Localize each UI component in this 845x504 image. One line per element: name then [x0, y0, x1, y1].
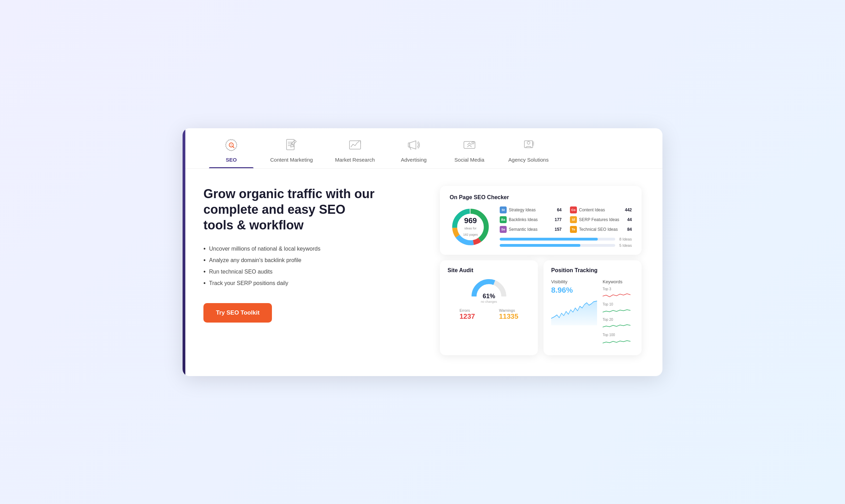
progress-bar-row-2: 5 Ideas — [500, 243, 632, 247]
donut-center: 969 ideas for182 pages — [460, 217, 481, 237]
tab-social-media[interactable]: Social Media — [442, 128, 497, 168]
seo-checker-body: 969 ideas for182 pages St Strategy Ideas… — [450, 206, 632, 248]
stat-label-strategy: Strategy Ideas — [509, 208, 555, 212]
stat-badge-backlinks: Ba — [500, 216, 507, 223]
progress-bar-bg-2 — [500, 244, 615, 247]
stat-badge-content: Co — [570, 206, 577, 213]
tab-advertising-label: Advertising — [401, 157, 427, 163]
tab-advertising[interactable]: Advertising — [386, 128, 442, 168]
feature-item-4: Track your SERP positions daily — [203, 278, 419, 289]
stat-row-technical: Te Technical SEO Ideas 84 — [570, 226, 632, 233]
warnings-stat: Warnings 11335 — [499, 308, 518, 320]
position-body: Visibility 8.96% — [551, 279, 634, 348]
svg-rect-7 — [349, 141, 361, 149]
position-tracking-widget: Position Tracking Visibility 8.96% — [544, 260, 642, 355]
stat-badge-strategy: St — [500, 206, 507, 213]
tab-seo[interactable]: SEO — [203, 128, 259, 168]
site-audit-semi-center: 61% no changes — [481, 293, 497, 303]
kw-top10: Top 10 — [603, 302, 634, 315]
stat-row-semantic: Se Semantic Ideas 157 — [500, 226, 562, 233]
kw-top20-label: Top 20 — [603, 318, 634, 322]
svg-rect-8 — [408, 143, 410, 147]
cta-button[interactable]: Try SEO Toolkit — [203, 303, 272, 323]
visibility-value: 8.96% — [551, 286, 597, 295]
stat-row-content: Co Content Ideas 442 — [570, 206, 632, 213]
feature-item-1: Uncover millions of national & local key… — [203, 243, 419, 255]
stat-row-serp: Sf SERP Features Ideas 44 — [570, 216, 632, 223]
progress-label-2: 5 Ideas — [618, 243, 632, 247]
progress-bar-fill-2 — [500, 244, 580, 247]
tab-content-marketing[interactable]: Content Marketing — [259, 128, 324, 168]
stat-value-technical: 84 — [627, 227, 632, 232]
seo-checker-inner: On Page SEO Checker — [450, 194, 632, 248]
warnings-value: 11335 — [499, 312, 518, 320]
social-media-icon — [461, 137, 478, 153]
keywords-label: Keywords — [603, 279, 634, 284]
keywords-section: Keywords Top 3 Top 10 — [603, 279, 634, 348]
site-audit-donut: 61% no changes — [468, 279, 510, 303]
stat-row-strategy: St Strategy Ideas 64 — [500, 206, 562, 213]
stat-value-strategy: 64 — [557, 208, 562, 212]
market-research-icon — [347, 137, 363, 153]
visibility-label: Visibility — [551, 279, 597, 284]
progress-bar-fill-1 — [500, 238, 598, 241]
site-audit-stats: Errors 1237 Warnings 11335 — [448, 308, 530, 320]
stat-value-content: 442 — [625, 208, 632, 212]
seo-icon — [223, 137, 240, 153]
tab-social-media-label: Social Media — [454, 157, 484, 163]
svg-point-2 — [230, 144, 232, 146]
left-accent — [183, 128, 185, 376]
seo-stats-grid: St Strategy Ideas 64 Co Content Ideas 44… — [500, 206, 632, 233]
stat-badge-technical: Te — [570, 226, 577, 233]
errors-value: 1237 — [459, 312, 475, 320]
donut-subtext: ideas for182 pages — [463, 227, 478, 236]
tab-content-marketing-label: Content Marketing — [270, 157, 313, 163]
progress-bar-row-1: 8 Ideas — [500, 237, 632, 241]
stat-label-serp: SERP Features Ideas — [579, 217, 625, 222]
seo-checker-title: On Page SEO Checker — [450, 194, 632, 201]
seo-progress-bars: 8 Ideas 5 Ideas — [500, 237, 632, 247]
tab-agency-solutions-label: Agency Solutions — [508, 157, 549, 163]
tab-seo-label: SEO — [226, 157, 237, 163]
seo-donut-chart: 969 ideas for182 pages — [450, 206, 491, 248]
warnings-label: Warnings — [499, 308, 518, 312]
seo-checker-widget: On Page SEO Checker — [440, 186, 642, 255]
errors-label: Errors — [459, 308, 475, 312]
stat-label-semantic: Semantic Ideas — [509, 227, 553, 232]
svg-line-1 — [233, 146, 234, 148]
stat-label-backlinks: Backlinks Ideas — [509, 217, 553, 222]
site-audit-title: Site Audit — [448, 267, 530, 274]
visibility-line-chart — [551, 298, 597, 325]
kw-top20: Top 20 — [603, 318, 634, 330]
stat-value-semantic: 157 — [555, 227, 562, 232]
feature-item-2: Analyze any domain's backlink profile — [203, 255, 419, 266]
main-container: SEO Content Marketing — [183, 128, 662, 376]
left-content: Grow organic traffic with our complete a… — [203, 186, 426, 323]
seo-stats-area: St Strategy Ideas 64 Co Content Ideas 44… — [500, 206, 632, 247]
position-tracking-title: Position Tracking — [551, 267, 634, 274]
svg-point-10 — [472, 142, 474, 144]
site-audit-percent: 61% — [483, 293, 495, 300]
tab-market-research[interactable]: Market Research — [324, 128, 386, 168]
errors-stat: Errors 1237 — [459, 308, 475, 320]
content-area: Grow organic traffic with our complete a… — [183, 169, 662, 376]
kw-top3: Top 3 — [603, 287, 634, 300]
visibility-section: Visibility 8.96% — [551, 279, 597, 348]
kw-top100-label: Top 100 — [603, 333, 634, 337]
tab-market-research-label: Market Research — [335, 157, 375, 163]
stat-value-serp: 44 — [627, 217, 632, 222]
stat-badge-serp: Sf — [570, 216, 577, 223]
hero-headline: Grow organic traffic with our complete a… — [203, 186, 377, 233]
agency-solutions-icon — [520, 137, 537, 153]
progress-label-1: 8 Ideas — [618, 237, 632, 241]
site-audit-no-changes: no changes — [481, 300, 497, 303]
feature-item-3: Run technical SEO audits — [203, 266, 419, 278]
stat-value-backlinks: 177 — [555, 217, 562, 222]
tab-agency-solutions[interactable]: Agency Solutions — [497, 128, 560, 168]
stat-label-content: Content Ideas — [579, 208, 623, 212]
kw-top100: Top 100 — [603, 333, 634, 346]
progress-bar-bg-1 — [500, 238, 615, 241]
kw-top3-label: Top 3 — [603, 287, 634, 291]
content-marketing-icon — [283, 137, 300, 153]
svg-point-12 — [527, 141, 530, 144]
